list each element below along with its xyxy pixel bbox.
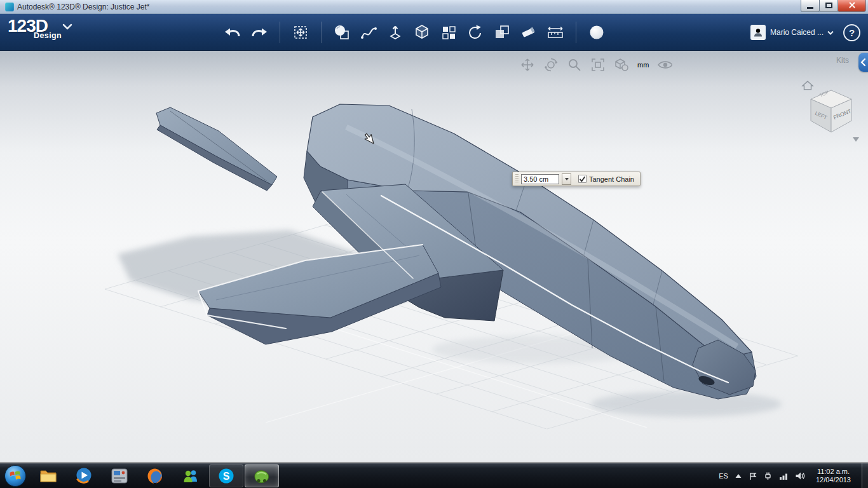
taskbar-app-media-player[interactable] xyxy=(67,464,101,487)
svg-text:S: S xyxy=(223,470,230,481)
visibility-button[interactable] xyxy=(657,57,672,72)
123d-app-icon xyxy=(252,467,271,485)
transform-tool-button[interactable] xyxy=(289,21,312,44)
units-button[interactable]: mm xyxy=(637,61,649,69)
speaker-icon xyxy=(795,471,805,480)
snap-tool-button[interactable] xyxy=(517,21,540,44)
tangent-chain-checkbox[interactable] xyxy=(578,175,587,183)
redo-button[interactable] xyxy=(248,21,271,44)
brand-menu-chevron-icon[interactable] xyxy=(62,22,72,33)
fit-view-button[interactable] xyxy=(590,57,606,72)
media-player-icon xyxy=(75,467,93,485)
display-style-icon xyxy=(614,57,629,72)
taskbar-app-firefox[interactable] xyxy=(138,464,172,487)
language-indicator[interactable]: ES xyxy=(719,472,728,480)
taskbar-app-explorer[interactable] xyxy=(31,464,65,487)
extrude-icon xyxy=(386,23,405,42)
pan-button[interactable] xyxy=(520,57,535,72)
undo-icon xyxy=(223,23,242,42)
close-icon xyxy=(848,1,857,10)
toolbar-separator xyxy=(280,22,280,43)
sketch-icon xyxy=(359,23,378,42)
home-icon[interactable] xyxy=(803,81,813,90)
toolbar-separator xyxy=(576,22,576,43)
window-title: Autodesk® 123D® Design: Justice Jet* xyxy=(17,3,149,11)
maximize-icon xyxy=(825,3,832,8)
viewcube[interactable]: TOP LEFT FRONT xyxy=(801,79,862,145)
folder-icon xyxy=(39,468,58,484)
pattern-tool-button[interactable] xyxy=(437,21,460,44)
show-desktop-button[interactable] xyxy=(862,463,868,488)
minimize-icon xyxy=(807,7,813,9)
pan-icon xyxy=(520,57,535,72)
taskbar-app-design-tool[interactable] xyxy=(102,464,137,487)
dimension-input[interactable] xyxy=(521,174,559,184)
primitives-tool-button[interactable] xyxy=(330,21,353,44)
network-button[interactable] xyxy=(779,471,789,480)
start-button[interactable] xyxy=(0,463,31,488)
orbit-button[interactable] xyxy=(543,57,559,72)
user-menu-chevron-icon[interactable] xyxy=(827,30,834,36)
minimize-button[interactable] xyxy=(801,0,820,12)
user-account-area[interactable]: Mario Caiced ... ? xyxy=(750,14,860,51)
volume-button[interactable] xyxy=(795,471,805,480)
close-button[interactable] xyxy=(837,0,866,12)
network-signal-icon xyxy=(779,471,789,480)
panel-collapse-tab[interactable] xyxy=(858,53,868,72)
hidden-icons-button[interactable] xyxy=(735,473,742,479)
transform-icon xyxy=(291,23,310,42)
action-center-button[interactable] xyxy=(749,471,757,480)
3d-viewport[interactable]: mm Kits TOP LEFT FRONT xyxy=(0,51,868,463)
fit-icon xyxy=(590,57,606,72)
brand-logo[interactable]: 123D Design xyxy=(8,17,90,40)
zoom-icon xyxy=(567,57,582,72)
taskbar-app-messenger[interactable] xyxy=(173,464,208,487)
toolbar-separator xyxy=(321,22,322,43)
viewcube-menu-chevron-icon[interactable] xyxy=(853,137,859,142)
combine-icon xyxy=(492,23,512,42)
user-name: Mario Caiced ... xyxy=(770,28,824,37)
combine-tool-button[interactable] xyxy=(491,21,513,44)
app-window-icon xyxy=(5,3,14,11)
viewcube-cube[interactable]: TOP LEFT FRONT xyxy=(811,89,852,132)
extrude-tool-button[interactable] xyxy=(384,21,407,44)
undo-button[interactable] xyxy=(221,21,244,44)
revolve-icon xyxy=(466,23,485,42)
system-tray: ES 11:02 a.m. 12/04/2013 xyxy=(719,463,868,488)
taskbar-app-skype[interactable]: S xyxy=(209,464,243,487)
construct-tool-button[interactable] xyxy=(410,21,433,44)
ruler-icon xyxy=(546,23,565,42)
power-plug-icon xyxy=(763,471,773,480)
windows-start-icon xyxy=(4,464,27,487)
app-header: 123D Design xyxy=(0,14,868,51)
person-icon xyxy=(753,27,763,37)
magnet-icon xyxy=(519,23,538,42)
help-button[interactable]: ? xyxy=(843,24,860,41)
viewport-canvas[interactable] xyxy=(0,51,868,463)
material-tool-button[interactable] xyxy=(585,21,608,44)
display-style-button[interactable] xyxy=(614,57,629,72)
material-sphere-icon xyxy=(587,23,606,42)
popup-drag-handle[interactable] xyxy=(515,174,519,184)
dimension-dropdown-button[interactable] xyxy=(562,173,571,185)
messenger-icon xyxy=(182,468,200,484)
orbit-icon xyxy=(543,57,559,72)
maximize-button[interactable] xyxy=(819,0,838,12)
taskbar-clock[interactable]: 11:02 a.m. 12/04/2013 xyxy=(816,468,851,484)
measure-tool-button[interactable] xyxy=(544,21,567,44)
window-controls xyxy=(801,0,866,14)
power-button[interactable] xyxy=(763,471,773,480)
revolve-tool-button[interactable] xyxy=(464,21,487,44)
clock-time: 11:02 a.m. xyxy=(816,468,851,476)
caret-up-icon xyxy=(735,473,742,479)
taskbar-app-123d[interactable] xyxy=(245,464,279,487)
flag-icon xyxy=(749,471,757,480)
pattern-icon xyxy=(439,23,458,42)
kits-panel-label: Kits xyxy=(836,56,849,65)
window-titlebar: Autodesk® 123D® Design: Justice Jet* xyxy=(0,0,868,14)
cube-icon xyxy=(412,23,431,42)
redo-icon xyxy=(250,23,269,42)
chevron-left-icon xyxy=(860,58,866,67)
zoom-button[interactable] xyxy=(567,57,582,72)
sketch-tool-button[interactable] xyxy=(357,21,380,44)
